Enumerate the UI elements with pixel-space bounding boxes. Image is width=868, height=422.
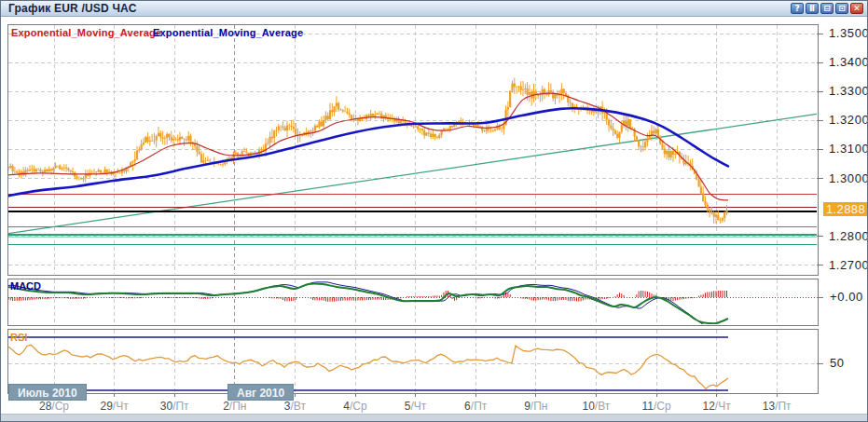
date-label: 2/Пн	[205, 400, 265, 413]
macd-zero-label: +0.00	[830, 290, 863, 304]
date-label: 5/Чт	[386, 400, 446, 413]
price-tick-label: 1.2700	[829, 258, 868, 272]
month-box: Авг 2010	[227, 384, 294, 401]
date-label: 29/Чт	[85, 400, 145, 413]
price-tick-label: 1.2800	[829, 229, 868, 243]
date-label: 30/Пт	[145, 400, 204, 413]
date-label: 6/Пт	[446, 400, 505, 413]
legend-ema-fast: Exponential_Moving_Average	[11, 27, 161, 38]
date-label: 4/Ср	[325, 400, 385, 413]
date-label: 28/Ср	[24, 400, 84, 413]
price-tick-label: 1.3500	[829, 26, 868, 40]
date-label: 9/Пн	[506, 400, 566, 413]
current-price-badge: 1.2888	[823, 202, 868, 216]
app-window: График EUR /USD ЧАС ? Ⅱ ⊟ ⊡ ✕ Exponentia…	[0, 0, 868, 422]
price-tick-label: 1.3200	[829, 113, 868, 127]
legend-ema-slow: Exponential_Moving_Average	[153, 27, 303, 38]
date-label: 10/Вт	[566, 400, 626, 413]
macd-panel-label: MACD	[10, 280, 41, 292]
rsi-panel-label: RSI	[10, 332, 27, 343]
price-tick-label: 1.3300	[829, 84, 868, 98]
date-label: 3/Вт	[265, 400, 324, 413]
price-tick-label: 1.3400	[829, 55, 868, 69]
date-label: 13/Пт	[747, 400, 806, 413]
window-bottom-edge	[1, 414, 867, 421]
chart-canvas[interactable]	[1, 1, 868, 422]
date-label: 12/Чт	[687, 400, 747, 413]
price-tick-label: 1.3100	[829, 142, 868, 156]
month-box: Июль 2010	[8, 384, 87, 401]
price-tick-label: 1.3000	[829, 171, 868, 185]
date-label: 11/Ср	[627, 400, 686, 413]
rsi-mid-label: 50	[830, 356, 845, 370]
